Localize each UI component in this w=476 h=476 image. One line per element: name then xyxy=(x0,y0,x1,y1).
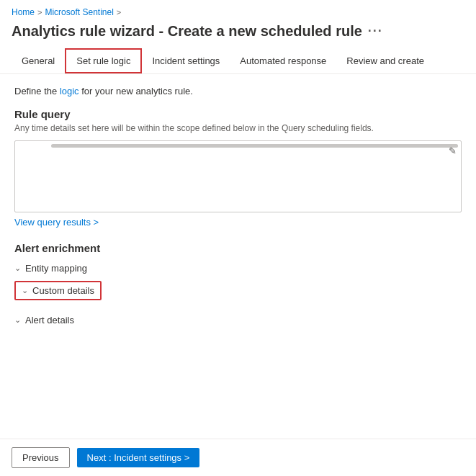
custom-details-section[interactable]: ⌄ Custom details xyxy=(14,281,102,300)
edit-icon[interactable]: ✎ xyxy=(449,145,457,156)
custom-details-label: Custom details xyxy=(32,285,94,296)
next-button[interactable]: Next : Incident settings > xyxy=(77,448,200,467)
page-title-more-icon[interactable]: ··· xyxy=(368,24,383,39)
entity-mapping-section[interactable]: ⌄ Entity mapping xyxy=(14,263,462,274)
view-query-results-link[interactable]: View query results > xyxy=(14,217,99,228)
tab-incident-settings[interactable]: Incident settings xyxy=(142,50,230,72)
tab-set-rule-logic[interactable]: Set rule logic xyxy=(65,48,142,73)
describe-text: Define the logic for your new analytics … xyxy=(14,86,462,96)
tabs-bar: General Set rule logic Incident settings… xyxy=(0,48,476,74)
custom-details-chevron: ⌄ xyxy=(22,286,28,295)
previous-button[interactable]: Previous xyxy=(12,447,70,468)
bottom-bar: Previous Next : Incident settings > xyxy=(0,439,476,476)
rule-query-subtitle: Any time details set here will be within… xyxy=(14,123,462,133)
query-scrollbar xyxy=(51,144,458,148)
breadcrumb: Home > Microsoft Sentinel > xyxy=(0,0,476,20)
breadcrumb-sep-1: > xyxy=(37,8,42,17)
alert-enrichment-title: Alert enrichment xyxy=(14,242,462,254)
page-title-text: Analytics rule wizard - Create a new sch… xyxy=(12,23,362,40)
rule-query-section: Rule query Any time details set here wil… xyxy=(14,108,462,242)
query-editor-input[interactable] xyxy=(15,141,461,199)
page-title-container: Analytics rule wizard - Create a new sch… xyxy=(0,20,476,48)
breadcrumb-sentinel[interactable]: Microsoft Sentinel xyxy=(45,7,113,17)
tab-general[interactable]: General xyxy=(12,50,65,72)
logic-highlight: logic xyxy=(60,86,79,96)
alert-details-section[interactable]: ⌄ Alert details xyxy=(14,315,462,325)
breadcrumb-sep-2: > xyxy=(117,8,121,17)
alert-details-label: Alert details xyxy=(25,315,74,325)
entity-mapping-label: Entity mapping xyxy=(25,263,87,274)
query-editor[interactable]: ✎ xyxy=(14,140,462,212)
entity-mapping-chevron: ⌄ xyxy=(14,264,21,273)
rule-query-title: Rule query xyxy=(14,108,462,120)
tab-review-create[interactable]: Review and create xyxy=(336,50,434,72)
breadcrumb-home[interactable]: Home xyxy=(12,7,35,17)
alert-details-chevron: ⌄ xyxy=(14,315,21,325)
tab-automated-response[interactable]: Automated response xyxy=(230,50,336,72)
content-area: Define the logic for your new analytics … xyxy=(0,74,476,344)
alert-enrichment-section: Alert enrichment ⌄ Entity mapping ⌄ Cust… xyxy=(14,242,462,325)
